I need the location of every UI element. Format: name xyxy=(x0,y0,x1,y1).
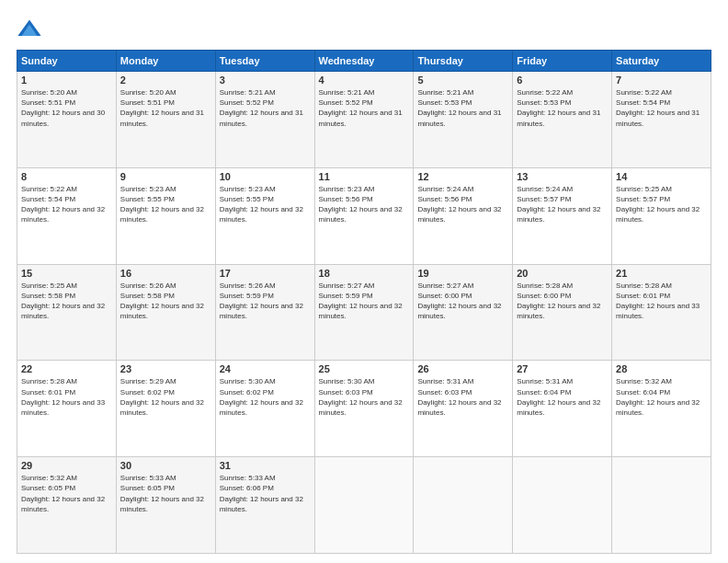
page: SundayMondayTuesdayWednesdayThursdayFrid… xyxy=(0,0,728,563)
calendar-cell: 2Sunrise: 5:20 AMSunset: 5:51 PMDaylight… xyxy=(116,72,215,168)
day-number: 28 xyxy=(616,363,707,374)
day-info: Sunrise: 5:27 AMSunset: 5:59 PMDaylight:… xyxy=(319,281,410,322)
calendar-cell: 29Sunrise: 5:32 AMSunset: 6:05 PMDayligh… xyxy=(17,457,117,554)
col-header-saturday: Saturday xyxy=(612,51,711,72)
calendar-table: SundayMondayTuesdayWednesdayThursdayFrid… xyxy=(17,50,711,554)
calendar-cell: 27Sunrise: 5:31 AMSunset: 6:04 PMDayligh… xyxy=(513,361,612,457)
calendar-cell: 24Sunrise: 5:30 AMSunset: 6:02 PMDayligh… xyxy=(215,361,314,457)
calendar-cell: 1Sunrise: 5:20 AMSunset: 5:51 PMDaylight… xyxy=(17,72,117,168)
day-number: 1 xyxy=(21,75,112,86)
col-header-wednesday: Wednesday xyxy=(314,51,414,72)
day-number: 10 xyxy=(220,171,311,182)
day-info: Sunrise: 5:24 AMSunset: 5:56 PMDaylight:… xyxy=(417,184,508,225)
calendar-cell: 25Sunrise: 5:30 AMSunset: 6:03 PMDayligh… xyxy=(314,361,414,457)
day-number: 9 xyxy=(120,171,211,182)
calendar-cell: 5Sunrise: 5:21 AMSunset: 5:53 PMDaylight… xyxy=(414,72,513,168)
day-info: Sunrise: 5:26 AMSunset: 5:58 PMDaylight:… xyxy=(120,281,211,322)
col-header-thursday: Thursday xyxy=(414,51,513,72)
day-number: 24 xyxy=(220,363,311,374)
day-info: Sunrise: 5:32 AMSunset: 6:04 PMDaylight:… xyxy=(616,376,707,418)
day-number: 13 xyxy=(517,171,608,182)
day-info: Sunrise: 5:28 AMSunset: 6:01 PMDaylight:… xyxy=(616,281,707,322)
calendar-cell: 15Sunrise: 5:25 AMSunset: 5:58 PMDayligh… xyxy=(17,264,117,361)
day-info: Sunrise: 5:22 AMSunset: 5:54 PMDaylight:… xyxy=(616,87,707,129)
calendar-cell xyxy=(414,457,513,554)
day-info: Sunrise: 5:22 AMSunset: 5:53 PMDaylight:… xyxy=(517,87,608,129)
day-number: 21 xyxy=(616,268,707,279)
day-number: 30 xyxy=(120,460,211,471)
calendar-cell xyxy=(513,457,612,554)
calendar-cell: 20Sunrise: 5:28 AMSunset: 6:00 PMDayligh… xyxy=(513,264,612,361)
day-info: Sunrise: 5:23 AMSunset: 5:55 PMDaylight:… xyxy=(220,184,311,225)
day-info: Sunrise: 5:21 AMSunset: 5:53 PMDaylight:… xyxy=(417,87,508,129)
calendar-cell: 13Sunrise: 5:24 AMSunset: 5:57 PMDayligh… xyxy=(513,167,612,264)
day-info: Sunrise: 5:26 AMSunset: 5:59 PMDaylight:… xyxy=(220,281,311,322)
calendar-cell: 26Sunrise: 5:31 AMSunset: 6:03 PMDayligh… xyxy=(414,361,513,457)
day-info: Sunrise: 5:25 AMSunset: 5:58 PMDaylight:… xyxy=(21,281,112,322)
col-header-friday: Friday xyxy=(513,51,612,72)
calendar-cell xyxy=(612,457,711,554)
day-info: Sunrise: 5:30 AMSunset: 6:02 PMDaylight:… xyxy=(220,376,311,418)
calendar-cell: 28Sunrise: 5:32 AMSunset: 6:04 PMDayligh… xyxy=(612,361,711,457)
col-header-tuesday: Tuesday xyxy=(215,51,314,72)
header xyxy=(17,17,711,42)
day-number: 20 xyxy=(517,268,608,279)
day-number: 3 xyxy=(220,75,311,86)
calendar-cell: 23Sunrise: 5:29 AMSunset: 6:02 PMDayligh… xyxy=(116,361,215,457)
day-number: 19 xyxy=(417,268,508,279)
calendar-cell: 12Sunrise: 5:24 AMSunset: 5:56 PMDayligh… xyxy=(414,167,513,264)
calendar-cell: 22Sunrise: 5:28 AMSunset: 6:01 PMDayligh… xyxy=(17,361,117,457)
col-header-sunday: Sunday xyxy=(17,51,117,72)
week-row-4: 22Sunrise: 5:28 AMSunset: 6:01 PMDayligh… xyxy=(17,361,711,457)
day-number: 12 xyxy=(417,171,508,182)
week-row-3: 15Sunrise: 5:25 AMSunset: 5:58 PMDayligh… xyxy=(17,264,711,361)
calendar-cell: 31Sunrise: 5:33 AMSunset: 6:06 PMDayligh… xyxy=(215,457,314,554)
day-number: 31 xyxy=(220,460,311,471)
day-info: Sunrise: 5:28 AMSunset: 6:00 PMDaylight:… xyxy=(517,281,608,322)
week-row-2: 8Sunrise: 5:22 AMSunset: 5:54 PMDaylight… xyxy=(17,167,711,264)
calendar-cell: 6Sunrise: 5:22 AMSunset: 5:53 PMDaylight… xyxy=(513,72,612,168)
day-number: 4 xyxy=(319,75,410,86)
logo-icon xyxy=(17,17,42,42)
day-number: 17 xyxy=(220,268,311,279)
day-number: 23 xyxy=(120,363,211,374)
day-number: 18 xyxy=(319,268,410,279)
logo xyxy=(17,17,46,42)
day-info: Sunrise: 5:24 AMSunset: 5:57 PMDaylight:… xyxy=(517,184,608,225)
day-info: Sunrise: 5:22 AMSunset: 5:54 PMDaylight:… xyxy=(21,184,112,225)
calendar-cell: 8Sunrise: 5:22 AMSunset: 5:54 PMDaylight… xyxy=(17,167,117,264)
calendar-cell: 4Sunrise: 5:21 AMSunset: 5:52 PMDaylight… xyxy=(314,72,414,168)
calendar-cell: 9Sunrise: 5:23 AMSunset: 5:55 PMDaylight… xyxy=(116,167,215,264)
col-header-monday: Monday xyxy=(116,51,215,72)
day-number: 14 xyxy=(616,171,707,182)
day-info: Sunrise: 5:20 AMSunset: 5:51 PMDaylight:… xyxy=(120,87,211,129)
day-number: 7 xyxy=(616,75,707,86)
week-row-1: 1Sunrise: 5:20 AMSunset: 5:51 PMDaylight… xyxy=(17,72,711,168)
day-info: Sunrise: 5:20 AMSunset: 5:51 PMDaylight:… xyxy=(21,87,112,129)
day-info: Sunrise: 5:33 AMSunset: 6:06 PMDaylight:… xyxy=(220,473,311,514)
day-info: Sunrise: 5:25 AMSunset: 5:57 PMDaylight:… xyxy=(616,184,707,225)
day-number: 11 xyxy=(319,171,410,182)
day-number: 15 xyxy=(21,268,112,279)
day-info: Sunrise: 5:21 AMSunset: 5:52 PMDaylight:… xyxy=(319,87,410,129)
day-number: 16 xyxy=(120,268,211,279)
day-number: 27 xyxy=(517,363,608,374)
day-info: Sunrise: 5:28 AMSunset: 6:01 PMDaylight:… xyxy=(21,376,112,418)
calendar-cell: 16Sunrise: 5:26 AMSunset: 5:58 PMDayligh… xyxy=(116,264,215,361)
day-number: 29 xyxy=(21,460,112,471)
day-info: Sunrise: 5:32 AMSunset: 6:05 PMDaylight:… xyxy=(21,473,112,514)
calendar-cell: 3Sunrise: 5:21 AMSunset: 5:52 PMDaylight… xyxy=(215,72,314,168)
day-number: 25 xyxy=(319,363,410,374)
day-info: Sunrise: 5:29 AMSunset: 6:02 PMDaylight:… xyxy=(120,376,211,418)
day-number: 8 xyxy=(21,171,112,182)
day-info: Sunrise: 5:31 AMSunset: 6:03 PMDaylight:… xyxy=(417,376,508,418)
day-number: 22 xyxy=(21,363,112,374)
day-info: Sunrise: 5:30 AMSunset: 6:03 PMDaylight:… xyxy=(319,376,410,418)
calendar-cell: 14Sunrise: 5:25 AMSunset: 5:57 PMDayligh… xyxy=(612,167,711,264)
calendar-cell: 7Sunrise: 5:22 AMSunset: 5:54 PMDaylight… xyxy=(612,72,711,168)
day-info: Sunrise: 5:27 AMSunset: 6:00 PMDaylight:… xyxy=(417,281,508,322)
day-info: Sunrise: 5:31 AMSunset: 6:04 PMDaylight:… xyxy=(517,376,608,418)
day-number: 6 xyxy=(517,75,608,86)
calendar-cell: 11Sunrise: 5:23 AMSunset: 5:56 PMDayligh… xyxy=(314,167,414,264)
day-info: Sunrise: 5:23 AMSunset: 5:55 PMDaylight:… xyxy=(120,184,211,225)
